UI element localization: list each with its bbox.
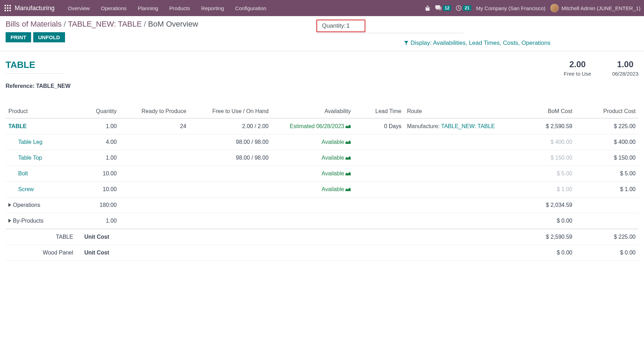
svg-rect-3	[5, 7, 6, 9]
availability-text: Available	[322, 139, 344, 145]
table-row: TABLE1.00242.00 / 2.00Estimated 06/28/20…	[6, 118, 638, 134]
cell-free: 98.00 / 98.00	[189, 134, 271, 150]
route-link[interactable]: TABLE_NEW: TABLE	[441, 123, 495, 129]
cell-free: 98.00 / 98.00	[189, 150, 271, 166]
cell-bom-cost: $ 1.00	[518, 182, 575, 197]
cell-bom-cost: $ 5.00	[518, 166, 575, 182]
summary-bom-cost: $ 2,590.59	[518, 229, 575, 245]
stat-date-label: 06/28/2023	[612, 71, 638, 77]
product-name[interactable]: TABLE	[8, 123, 27, 129]
cell-quantity: 1.00	[81, 213, 120, 229]
unfold-button[interactable]: UNFOLD	[33, 32, 65, 42]
cell-lead	[353, 213, 404, 229]
cell-prod-cost: $ 5.00	[575, 166, 638, 182]
page-title: TABLE	[6, 60, 65, 74]
forecast-chart-icon[interactable]	[345, 170, 351, 176]
cell-free	[189, 197, 271, 213]
availability-text: Available	[322, 155, 344, 161]
svg-rect-8	[9, 10, 11, 11]
breadcrumb-level1[interactable]: TABLE_NEW: TABLE	[68, 20, 142, 29]
avatar-icon	[550, 4, 559, 12]
cell-quantity: 10.00	[81, 182, 120, 197]
caret-icon[interactable]	[8, 218, 12, 224]
apps-icon[interactable]	[3, 4, 12, 12]
cell-free	[189, 182, 271, 197]
table-row: Screw10.00Available$ 1.00$ 1.00	[6, 182, 638, 197]
summary-product: Wood Panel	[6, 245, 81, 261]
cell-ready	[120, 182, 189, 197]
summary-bom-cost: $ 0.00	[518, 245, 575, 261]
stat-date-value: 1.00	[612, 60, 638, 69]
control-panel: Bills of Materials / TABLE_NEW: TABLE / …	[0, 16, 644, 51]
cell-prod-cost: $ 150.00	[575, 150, 638, 166]
messages-icon[interactable]: 12	[435, 5, 451, 11]
forecast-chart-icon[interactable]	[345, 123, 351, 129]
product-name[interactable]: Table Top	[18, 155, 42, 161]
reference-line: Reference: TABLE_NEW	[6, 83, 638, 89]
menu-reporting[interactable]: Reporting	[196, 3, 229, 13]
forecast-chart-icon[interactable]	[345, 186, 351, 192]
product-name[interactable]: Bolt	[18, 170, 28, 176]
cell-free	[189, 213, 271, 229]
svg-rect-2	[9, 5, 11, 6]
display-filter-toggle[interactable]: Display: Availabilities, Lead Times, Cos…	[316, 40, 638, 47]
col-quantity: Quantity	[81, 105, 120, 118]
cell-ready	[120, 134, 189, 150]
quantity-input[interactable]	[346, 22, 360, 29]
table-row: Table Top1.0098.00 / 98.00Available$ 150…	[6, 150, 638, 166]
col-product: Product	[6, 105, 81, 118]
cell-prod-cost: $ 1.00	[575, 182, 638, 197]
cell-prod-cost: $ 400.00	[575, 134, 638, 150]
app-brand[interactable]: Manufacturing	[15, 5, 55, 12]
summary-product: TABLE	[6, 229, 81, 245]
cell-lead	[353, 182, 404, 197]
summary-row: TABLEUnit Cost$ 2,590.59$ 225.00	[6, 229, 638, 245]
product-name[interactable]: Table Leg	[18, 139, 42, 145]
cell-quantity: 1.00	[81, 118, 120, 134]
svg-rect-4	[7, 7, 8, 9]
forecast-chart-icon[interactable]	[345, 155, 351, 161]
cell-ready	[120, 150, 189, 166]
company-switcher[interactable]: My Company (San Francisco)	[476, 5, 545, 11]
summary-prod-cost: $ 0.00	[575, 245, 638, 261]
cell-bom-cost: $ 400.00	[518, 134, 575, 150]
messages-badge: 12	[443, 5, 451, 11]
reference-label: Reference:	[6, 83, 35, 89]
svg-rect-6	[5, 10, 6, 11]
nav-menu: Overview Operations Planning Products Re…	[63, 3, 271, 13]
breadcrumb-sep: /	[64, 20, 66, 29]
menu-planning[interactable]: Planning	[133, 3, 163, 13]
activities-badge: 21	[463, 5, 471, 11]
caret-icon[interactable]	[8, 202, 12, 208]
main-content: TABLE 2.00 Free to Use 1.00 06/28/2023 R…	[0, 51, 644, 328]
activities-icon[interactable]: 21	[456, 5, 471, 11]
route-prefix: Manufacture:	[407, 123, 441, 129]
col-route: Route	[404, 105, 518, 118]
quantity-label: Quantity:	[322, 22, 346, 29]
breadcrumb-root[interactable]: Bills of Materials	[6, 20, 62, 29]
nav-right: 12 21 My Company (San Francisco) Mitchel…	[425, 4, 641, 12]
table-row: Operations180:00$ 2,034.59	[6, 197, 638, 213]
table-row: By-Products1.00$ 0.00	[6, 213, 638, 229]
summary-label: Unit Cost	[81, 229, 120, 245]
product-name: By-Products	[13, 218, 43, 224]
svg-rect-5	[9, 7, 11, 9]
debug-icon[interactable]	[425, 5, 430, 11]
cell-bom-cost: $ 0.00	[518, 213, 575, 229]
cell-lead	[353, 197, 404, 213]
availability-text: Estimated 06/28/2023	[290, 123, 344, 129]
availability-text: Available	[322, 170, 344, 176]
product-name[interactable]: Screw	[18, 186, 34, 192]
menu-operations[interactable]: Operations	[96, 3, 131, 13]
cell-quantity: 1.00	[81, 150, 120, 166]
forecast-chart-icon[interactable]	[345, 139, 351, 145]
print-button[interactable]: PRINT	[6, 32, 31, 42]
cell-lead: 0 Days	[353, 118, 404, 134]
menu-overview[interactable]: Overview	[63, 3, 95, 13]
menu-configuration[interactable]: Configuration	[230, 3, 271, 13]
user-name: Mitchell Admin (JUNE_ENTER_1)	[561, 5, 641, 11]
menu-products[interactable]: Products	[164, 3, 195, 13]
col-free: Free to Use / On Hand	[189, 105, 271, 118]
user-menu[interactable]: Mitchell Admin (JUNE_ENTER_1)	[550, 4, 641, 12]
display-filter-text: Display: Availabilities, Lead Times, Cos…	[410, 40, 550, 47]
